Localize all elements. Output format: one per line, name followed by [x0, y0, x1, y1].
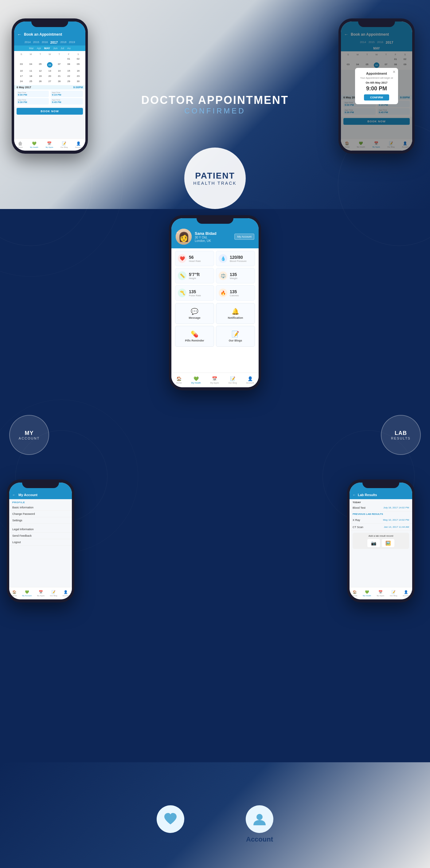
month-row: Mar Apr MAY Jun Jul Au [14, 45, 86, 51]
h-nav-account[interactable]: 👤 Account [246, 376, 254, 384]
account-title: My Account [19, 493, 37, 497]
time-slot-1[interactable]: Appt Time 9:00 PM [16, 91, 49, 97]
my-account-label2: ACCOUNT [19, 436, 40, 440]
modal-confirm-button[interactable]: CONFIRM [364, 94, 389, 100]
weight-icon: ⚖️ [219, 271, 227, 280]
calories-label: Calories [230, 294, 239, 297]
cal-row-5: 24252627282930 [16, 79, 83, 84]
h-nav-myhealth[interactable]: 💚 My Health [191, 376, 201, 384]
appt1-title: Book an Appointment [24, 32, 62, 37]
action-notification[interactable]: 🔔 Notification [216, 303, 255, 324]
account-item-logout[interactable]: Logout [9, 539, 72, 546]
bp-value: 120/80 [230, 255, 246, 260]
nav-home[interactable]: Home [18, 142, 23, 148]
metric-heart-rate: ❤️ 56 Heart Rate [175, 251, 214, 266]
account-nav-icon: 👤 [247, 376, 253, 381]
gallery-button[interactable]: 🖼️ [382, 539, 394, 547]
calendar: SMTWTFS -----0102 03040506070809 1011121… [14, 51, 86, 85]
nav-blog[interactable]: 📝 Our Blog [61, 142, 68, 148]
lab-item-ctscan[interactable]: CT Scan Jan 14, 2017 11:44 AM [350, 524, 412, 531]
time-slot-2[interactable]: Appt Time 9:15 PM [51, 91, 83, 97]
acc-nav-account[interactable]: 👤Account [63, 590, 69, 597]
book-now-button[interactable]: BOOK NOW [16, 108, 83, 115]
blogs-icon: 📝 [232, 331, 239, 338]
modal-close-icon[interactable]: ✕ [393, 70, 396, 74]
h-nav-myappts[interactable]: 📅 My Appts [210, 376, 219, 384]
myappts-nav-icon: 📅 [212, 376, 217, 381]
account-bottom-item: Account [246, 805, 273, 843]
heart-rate-icon: ❤️ [178, 254, 187, 263]
modal-date: On 6th May 2017 [360, 81, 393, 84]
account-back-arrow[interactable]: ← [12, 493, 16, 497]
phone-appointment-2: ← Book an Appointment 2014 2015 2016 201… [338, 19, 415, 154]
cal-row-3: 10111213141516 [16, 68, 83, 73]
bottom-nav-appt1: Home 💚 My Health 📅 My Appts 📝 Our Blog 👤… [14, 138, 86, 151]
nav-myhealth[interactable]: 💚 My Health [30, 142, 38, 148]
lab-nav-home[interactable]: 🏠Home [352, 590, 357, 597]
account-bottom-label: Account [246, 835, 273, 843]
heart-rate-label: Heart Rate [189, 260, 201, 262]
user-name: Sana Bidad [195, 231, 231, 236]
lab-item-xray[interactable]: X Ray May 10, 2017 14:02 PM [350, 517, 412, 524]
heart-rate-value: 56 [189, 255, 201, 260]
account-item-legal[interactable]: Legal Information [9, 526, 72, 533]
health-header: Sana Bidad 30 Y Old, London, UK My Accou… [171, 218, 259, 248]
previous-results-label: PREVIOUS LAB RESULTS [350, 512, 412, 517]
account-item-settings[interactable]: Settings [9, 517, 72, 524]
lab-nav-health[interactable]: 💚My Health [363, 590, 371, 597]
health-actions: 💬 Message 🔔 Notification 💊 Pills Reminde… [171, 303, 259, 349]
account-item-password[interactable]: Change Password [9, 511, 72, 517]
my-account-button[interactable]: My Account [234, 234, 254, 240]
home-nav-icon: 🏠 [176, 376, 181, 381]
calories-icon: 🔥 [219, 289, 227, 297]
acc-nav-myaccount[interactable]: 💚My Account [22, 590, 32, 597]
lab-bottom-nav: 🏠Home 💚My Health 📅My Appts 📝Our Blog 👤Ac… [350, 587, 412, 599]
lab-nav-account[interactable]: 👤Account [403, 590, 409, 597]
nav-account[interactable]: 👤 Account [75, 142, 82, 148]
camera-button[interactable]: 📷 [367, 539, 380, 547]
message-label: Message [189, 316, 200, 319]
acc-nav-home[interactable]: 🏠Home [12, 590, 17, 597]
health-bottom-label: Health [160, 835, 180, 843]
today-label: TODAY [350, 499, 412, 504]
lab-item-blood-test[interactable]: Blood Test July 18, 2017 14:02 PM [350, 504, 412, 512]
h-nav-blog[interactable]: 📝 Our Blog [228, 376, 237, 384]
height-icon: 📏 [178, 271, 187, 280]
notification-icon: 🔔 [232, 308, 239, 315]
action-message[interactable]: 💬 Message [175, 303, 214, 324]
acc-nav-blog[interactable]: 📝Our Blog [50, 590, 58, 597]
lab-nav-blog[interactable]: 📝Our Blog [390, 590, 397, 597]
height-label: Height [189, 277, 200, 280]
h-nav-home[interactable]: 🏠 Home [176, 376, 182, 384]
cal-row-4: 17181920212223 [16, 73, 83, 79]
metric-height: 📏 5'7"ft Height [175, 268, 214, 283]
pulse-value: 135 [189, 289, 201, 294]
modal-title: Appointment [360, 72, 393, 75]
action-blogs[interactable]: 📝 Our Blogs [216, 326, 255, 347]
account-item-feedback[interactable]: Send Feedback [9, 533, 72, 539]
lab-label2: RESULTS [391, 436, 411, 440]
time-slot-4[interactable]: Appt Time 9:45 PM [51, 98, 83, 104]
myhealth-nav-icon: 💚 [194, 376, 199, 381]
pills-label: Pills Reminder [185, 339, 204, 342]
time-slots: Appt Time 9:00 PM Appt Time 9:15 PM Appt… [14, 89, 86, 107]
profile-section-label: PROFILE [9, 499, 72, 504]
back-arrow-icon[interactable]: ← [17, 32, 22, 37]
health-back-arrow[interactable]: ← [176, 230, 180, 235]
nav-myappts[interactable]: 📅 My Appts [45, 142, 53, 148]
time-slot-3[interactable]: Appt Time 9:30 PM [16, 98, 49, 104]
metric-blood-pressure: 💧 120/80 Blood Pressure [216, 251, 255, 266]
action-pills[interactable]: 💊 Pills Reminder [175, 326, 214, 347]
lab-nav-appts[interactable]: 📅My Appts [376, 590, 384, 597]
cal-row-1: -----0102 [16, 56, 83, 61]
time-slot-row-1: Appt Time 9:00 PM Appt Time 9:15 PM [16, 91, 83, 97]
phone-appointment-1: ← Book an Appointment 2014 2015 2016 201… [12, 19, 88, 154]
account-item-basic[interactable]: Basic information [9, 504, 72, 511]
lab-label1: LAB [395, 430, 407, 436]
svg-point-0 [257, 814, 263, 820]
lab-back-arrow[interactable]: ← [353, 493, 356, 497]
user-location: London, UK [195, 239, 231, 243]
health-bottom-nav: 🏠 Home 💚 My Health 📅 My Appts 📝 Our Blog… [171, 373, 259, 387]
add-record-buttons: 📷 🖼️ [355, 539, 407, 547]
acc-nav-appts[interactable]: 📅My Appts [37, 590, 44, 597]
